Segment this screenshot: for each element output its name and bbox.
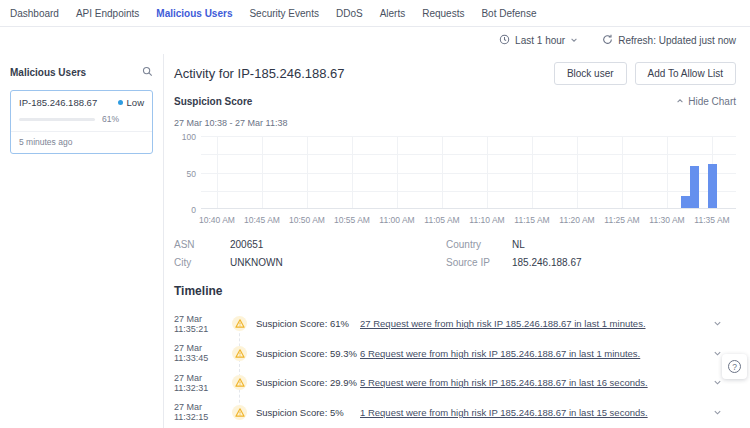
- metadata-value: 200651: [230, 239, 263, 250]
- metadata-row: CityUNKNOWN: [174, 257, 446, 268]
- timeline-event-row: 27 Mar 11:35:21Suspicion Score: 61%27 Re…: [174, 309, 736, 339]
- nav-item-malicious-users[interactable]: Malicious Users: [156, 8, 232, 19]
- score-percent: 61%: [102, 114, 119, 124]
- expand-event-chevron-icon[interactable]: [713, 349, 722, 358]
- chevron-up-icon: [676, 96, 684, 107]
- page: DashboardAPI EndpointsMalicious UsersSec…: [0, 0, 750, 428]
- hide-chart-label: Hide Chart: [688, 96, 736, 107]
- suspicion-score-label: Suspicion Score: [174, 96, 252, 107]
- time-range-selector[interactable]: Last 1 hour: [499, 34, 578, 47]
- x-tick-label: 11:15 AM: [510, 215, 554, 225]
- score-progress-bar: [19, 118, 95, 121]
- expand-event-chevron-icon[interactable]: [713, 408, 722, 417]
- timeline: 27 Mar 11:35:21Suspicion Score: 61%27 Re…: [174, 309, 736, 427]
- event-score: Suspicion Score: 61%: [256, 318, 360, 329]
- chart-plot-area: 10:40 AM10:45 AM10:50 AM10:55 AM11:00 AM…: [201, 136, 736, 209]
- nav-item-requests[interactable]: Requests: [422, 8, 464, 19]
- v-gridline: [352, 136, 353, 208]
- v-gridline: [442, 136, 443, 208]
- nav-item-security-events[interactable]: Security Events: [249, 8, 318, 19]
- v-gridline: [667, 136, 668, 208]
- refresh-icon: [602, 34, 613, 47]
- y-tick-label: 50: [187, 169, 196, 179]
- expand-event-chevron-icon[interactable]: [713, 378, 722, 387]
- v-gridline: [532, 136, 533, 208]
- malicious-user-card[interactable]: IP-185.246.188.67 Low 61% 5 minutes ago: [10, 90, 153, 154]
- page-title: Activity for IP-185.246.188.67: [174, 66, 345, 81]
- nav-item-alerts[interactable]: Alerts: [380, 8, 406, 19]
- block-user-button[interactable]: Block user: [554, 62, 627, 85]
- search-icon[interactable]: [142, 63, 153, 81]
- x-tick-label: 11:25 AM: [600, 215, 644, 225]
- metadata-label: ASN: [174, 239, 230, 250]
- warning-icon: [232, 375, 247, 390]
- v-gridline: [217, 136, 218, 208]
- hide-chart-toggle[interactable]: Hide Chart: [676, 96, 736, 107]
- help-icon: ?: [728, 360, 741, 373]
- clock-icon: [499, 34, 510, 47]
- event-timestamp: 27 Mar 11:35:21: [174, 314, 230, 334]
- suspicion-score-bar[interactable]: [690, 166, 699, 208]
- metadata-row: CountryNL: [446, 239, 582, 250]
- malicious-users-sidebar: Malicious Users IP-185.246.188.67 Low: [0, 54, 164, 428]
- event-detail-link[interactable]: 1 Request were from high risk IP 185.246…: [360, 407, 648, 418]
- v-gridline: [622, 136, 623, 208]
- content: Malicious Users IP-185.246.188.67 Low: [0, 54, 750, 428]
- chart-y-axis: 050100: [174, 136, 196, 209]
- sidebar-title: Malicious Users: [10, 67, 86, 78]
- help-button[interactable]: ?: [722, 354, 747, 379]
- event-detail-link[interactable]: 6 Request were from high risk IP 185.246…: [360, 348, 640, 359]
- nav-item-ddos[interactable]: DDoS: [336, 8, 363, 19]
- suspicion-score-bar[interactable]: [708, 164, 717, 208]
- metadata-value: NL: [512, 239, 525, 250]
- event-detail-link[interactable]: 5 Request were from high risk IP 185.246…: [360, 377, 648, 388]
- add-to-allow-list-button[interactable]: Add To Allow List: [635, 62, 736, 85]
- user-ip-label: IP-185.246.188.67: [19, 97, 97, 108]
- time-range-label: Last 1 hour: [515, 35, 565, 46]
- x-tick-label: 11:30 AM: [645, 215, 689, 225]
- v-gridline: [577, 136, 578, 208]
- severity-dot-icon: [118, 100, 123, 105]
- refresh-control[interactable]: Refresh: Updated just now: [602, 34, 736, 47]
- v-gridline: [397, 136, 398, 208]
- timeline-event-row: 27 Mar 11:32:15Suspicion Score: 5%1 Requ…: [174, 398, 736, 428]
- suspicion-score-bar[interactable]: [681, 196, 690, 208]
- metadata-label: City: [174, 257, 230, 268]
- event-detail-link[interactable]: 27 Request were from high risk IP 185.24…: [360, 318, 646, 329]
- v-gridline: [262, 136, 263, 208]
- x-tick-label: 11:00 AM: [375, 215, 419, 225]
- severity-badge: Low: [118, 97, 144, 108]
- event-timestamp: 27 Mar 11:33:45: [174, 343, 230, 363]
- nav-item-api-endpoints[interactable]: API Endpoints: [76, 8, 139, 19]
- warning-icon: [232, 316, 247, 331]
- timeline-title: Timeline: [174, 284, 736, 298]
- event-score: Suspicion Score: 59.3%: [256, 348, 360, 359]
- metadata-label: Source IP: [446, 257, 512, 268]
- chart-date-range: 27 Mar 10:38 - 27 Mar 11:38: [174, 118, 736, 128]
- user-card-body: IP-185.246.188.67 Low 61%: [11, 91, 152, 131]
- x-tick-label: 11:20 AM: [555, 215, 599, 225]
- x-tick-label: 11:10 AM: [465, 215, 509, 225]
- warning-icon: [232, 346, 247, 361]
- timeline-event-row: 27 Mar 11:33:45Suspicion Score: 59.3%6 R…: [174, 339, 736, 369]
- metadata-row: ASN200651: [174, 239, 446, 250]
- event-score: Suspicion Score: 5%: [256, 407, 360, 418]
- x-tick-label: 11:05 AM: [420, 215, 464, 225]
- metadata-label: Country: [446, 239, 512, 250]
- x-tick-label: 10:40 AM: [195, 215, 239, 225]
- h-gridline: [201, 191, 736, 192]
- metadata-left-column: ASN200651CityUNKNOWN: [174, 239, 446, 268]
- nav-item-bot-defense[interactable]: Bot Defense: [481, 8, 536, 19]
- h-gridline: [201, 154, 736, 155]
- h-gridline: [201, 173, 736, 174]
- metadata-value: 185.246.188.67: [512, 257, 582, 268]
- x-tick-label: 10:55 AM: [330, 215, 374, 225]
- x-tick-label: 11:35 AM: [690, 215, 734, 225]
- severity-label: Low: [127, 97, 144, 108]
- warning-icon: [232, 405, 247, 420]
- nav-item-dashboard[interactable]: Dashboard: [10, 8, 59, 19]
- metadata-row: Source IP185.246.188.67: [446, 257, 582, 268]
- metadata-right-column: CountryNLSource IP185.246.188.67: [446, 239, 582, 268]
- expand-event-chevron-icon[interactable]: [713, 319, 722, 328]
- x-tick-label: 10:50 AM: [285, 215, 329, 225]
